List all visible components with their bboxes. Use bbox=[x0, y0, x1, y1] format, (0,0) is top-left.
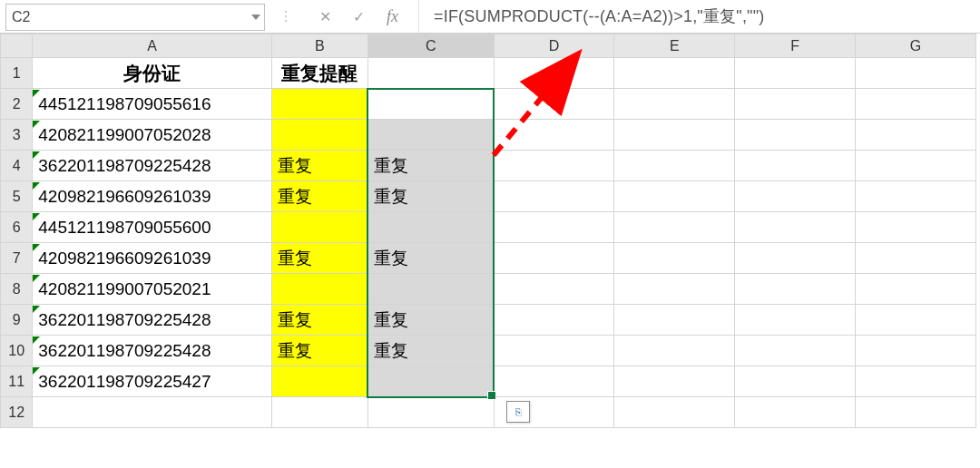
cell[interactable] bbox=[856, 212, 976, 243]
row-header[interactable]: 3 bbox=[1, 120, 33, 151]
cell[interactable]: 重复 bbox=[271, 243, 368, 274]
spreadsheet-grid[interactable]: A B C D E F G 1 身份证 重复提醒 244512119 bbox=[0, 34, 976, 428]
cell[interactable] bbox=[494, 120, 614, 151]
cell[interactable] bbox=[271, 212, 368, 243]
cell[interactable] bbox=[494, 89, 614, 120]
cell[interactable]: 445121198709055600 bbox=[33, 212, 272, 243]
cell[interactable] bbox=[271, 89, 368, 120]
cell[interactable] bbox=[368, 397, 494, 428]
cell[interactable]: 362201198709225428 bbox=[33, 151, 272, 181]
cell[interactable] bbox=[614, 58, 735, 89]
cell[interactable]: 445121198709055616 bbox=[33, 89, 272, 120]
cell[interactable]: 重复 bbox=[271, 305, 368, 336]
row-header[interactable]: 6 bbox=[1, 212, 33, 243]
col-header-A[interactable]: A bbox=[33, 34, 272, 58]
cell[interactable]: 362201198709225428 bbox=[33, 305, 272, 336]
cell[interactable] bbox=[735, 151, 856, 181]
cell[interactable] bbox=[735, 212, 856, 243]
paste-options-button[interactable]: ⎘ bbox=[506, 401, 530, 423]
cell[interactable] bbox=[368, 58, 494, 89]
cell[interactable] bbox=[494, 274, 614, 305]
cell[interactable]: 重复 bbox=[368, 336, 494, 366]
row-header[interactable]: 12 bbox=[1, 397, 33, 428]
cell[interactable]: 362201198709225428 bbox=[33, 336, 272, 366]
cell[interactable] bbox=[494, 212, 614, 243]
cell[interactable] bbox=[735, 305, 856, 336]
cell[interactable] bbox=[735, 58, 856, 89]
cell[interactable] bbox=[614, 89, 735, 120]
fx-icon[interactable]: fx bbox=[387, 7, 398, 26]
cell[interactable] bbox=[735, 243, 856, 274]
cell[interactable]: 362201198709225427 bbox=[33, 366, 272, 397]
col-header-G[interactable]: G bbox=[856, 34, 976, 58]
cell[interactable] bbox=[614, 274, 735, 305]
row-header[interactable]: 7 bbox=[1, 243, 33, 274]
cell[interactable] bbox=[856, 243, 976, 274]
row-header[interactable]: 5 bbox=[1, 181, 33, 212]
col-header-B[interactable]: B bbox=[271, 34, 368, 58]
col-header-F[interactable]: F bbox=[735, 34, 856, 58]
row-header[interactable]: 8 bbox=[1, 274, 33, 305]
cell[interactable] bbox=[494, 151, 614, 181]
cell[interactable] bbox=[735, 89, 856, 120]
name-box-resize-handle[interactable] bbox=[265, 0, 307, 33]
cell[interactable] bbox=[614, 151, 735, 181]
cell[interactable] bbox=[494, 366, 614, 397]
cell[interactable]: 重复提醒 bbox=[271, 58, 368, 89]
cell[interactable]: 420982196609261039 bbox=[33, 181, 272, 212]
cell[interactable]: 重复 bbox=[368, 181, 494, 212]
cell[interactable] bbox=[494, 58, 614, 89]
row-header[interactable]: 11 bbox=[1, 366, 33, 397]
cell[interactable] bbox=[368, 274, 494, 305]
cell[interactable] bbox=[735, 397, 856, 428]
cell[interactable] bbox=[494, 336, 614, 366]
cell[interactable] bbox=[368, 120, 494, 151]
cell[interactable] bbox=[368, 212, 494, 243]
cell[interactable] bbox=[271, 366, 368, 397]
cell[interactable]: 重复 bbox=[368, 243, 494, 274]
cell[interactable] bbox=[271, 120, 368, 151]
formula-input[interactable]: =IF(SUMPRODUCT(--(A:A=A2))>1,"重复","") bbox=[418, 0, 980, 33]
col-header-D[interactable]: D bbox=[494, 34, 614, 58]
cell[interactable]: 420821199007052028 bbox=[33, 120, 272, 151]
cell[interactable]: 420821199007052021 bbox=[33, 274, 272, 305]
cell[interactable] bbox=[271, 397, 368, 428]
cell[interactable]: 420982196609261039 bbox=[33, 243, 272, 274]
cell[interactable] bbox=[614, 212, 735, 243]
cell[interactable] bbox=[614, 397, 735, 428]
confirm-icon[interactable]: ✓ bbox=[353, 8, 365, 25]
cell[interactable] bbox=[494, 305, 614, 336]
cell[interactable] bbox=[735, 274, 856, 305]
cell[interactable] bbox=[614, 120, 735, 151]
cell[interactable] bbox=[856, 274, 976, 305]
cell[interactable] bbox=[494, 181, 614, 212]
col-header-C[interactable]: C bbox=[368, 34, 494, 58]
cell[interactable] bbox=[614, 181, 735, 212]
cell[interactable]: 重复 bbox=[271, 151, 368, 181]
cell[interactable] bbox=[494, 243, 614, 274]
cell[interactable] bbox=[856, 58, 976, 89]
cell[interactable] bbox=[856, 89, 976, 120]
cell[interactable] bbox=[271, 274, 368, 305]
cell[interactable] bbox=[368, 366, 494, 397]
cell[interactable] bbox=[735, 336, 856, 366]
col-header-E[interactable]: E bbox=[614, 34, 735, 58]
row-header[interactable]: 9 bbox=[1, 305, 33, 336]
row-header[interactable]: 4 bbox=[1, 151, 33, 181]
cell[interactable] bbox=[856, 120, 976, 151]
cell[interactable]: 重复 bbox=[368, 151, 494, 181]
cell[interactable] bbox=[735, 366, 856, 397]
cell[interactable] bbox=[856, 336, 976, 366]
row-header[interactable]: 10 bbox=[1, 336, 33, 366]
cell[interactable] bbox=[735, 181, 856, 212]
cell[interactable] bbox=[735, 120, 856, 151]
cell[interactable] bbox=[856, 151, 976, 181]
row-header[interactable]: 1 bbox=[1, 58, 33, 89]
cancel-icon[interactable]: ✕ bbox=[319, 8, 331, 25]
chevron-down-icon[interactable] bbox=[248, 15, 264, 20]
cell[interactable] bbox=[856, 181, 976, 212]
name-box[interactable]: C2 bbox=[5, 4, 265, 31]
cell[interactable]: 身份证 bbox=[33, 58, 272, 89]
cell[interactable]: 重复 bbox=[368, 305, 494, 336]
cell[interactable] bbox=[614, 243, 735, 274]
